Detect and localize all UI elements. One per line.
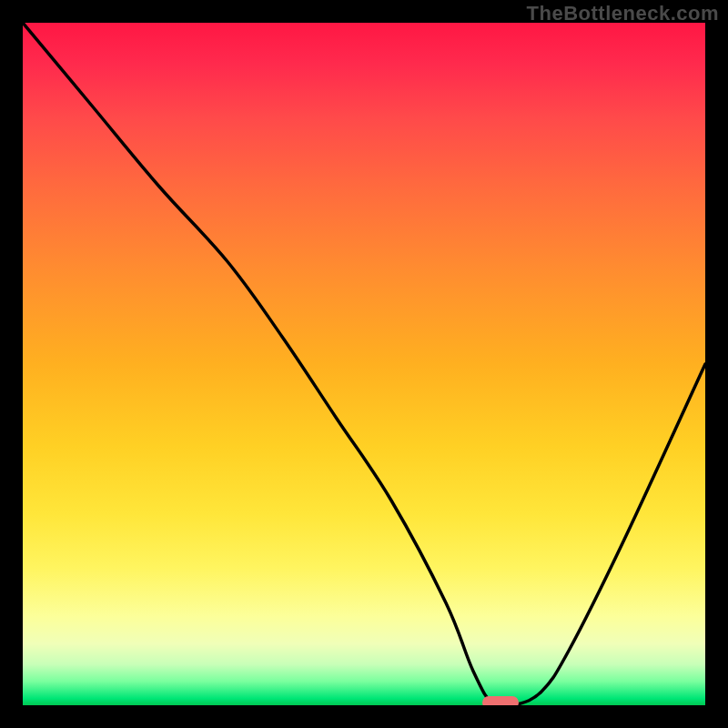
plot-area: [23, 23, 705, 705]
optimal-marker: [482, 696, 519, 705]
watermark-text: TheBottleneck.com: [527, 2, 719, 25]
bottleneck-line: [23, 23, 705, 705]
chart-container: TheBottleneck.com: [0, 0, 728, 728]
